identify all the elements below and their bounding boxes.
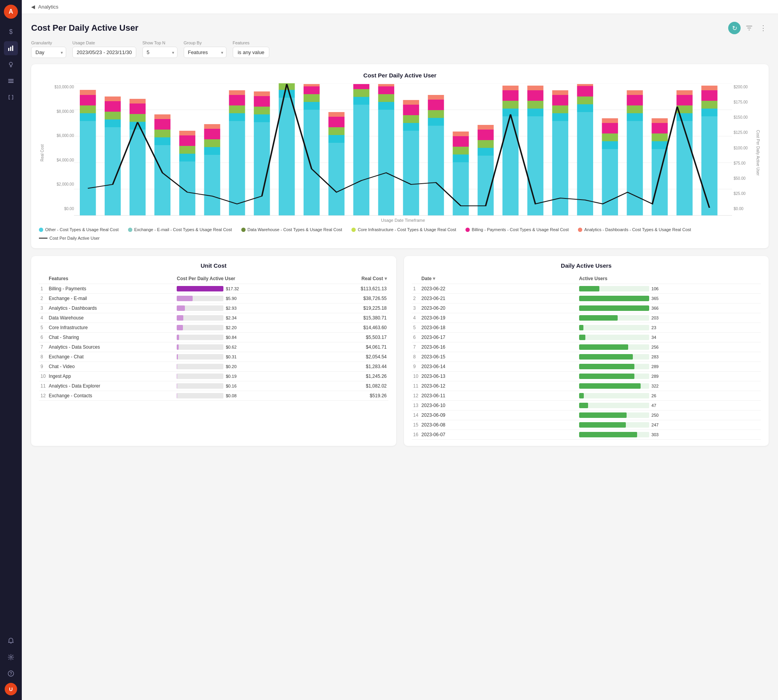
col-active-users[interactable]: Active Users	[578, 274, 761, 284]
table-row: 8 2023-06-15 283	[412, 352, 761, 362]
topnav: ◀ Analytics	[22, 0, 778, 14]
svg-rect-62	[304, 94, 320, 102]
features-label: Features	[233, 40, 270, 45]
svg-text:?: ?	[10, 672, 12, 676]
svg-rect-38	[179, 146, 195, 154]
sidebar-item-list[interactable]	[4, 74, 18, 88]
legend-dot-exchange-email	[128, 228, 132, 232]
x-axis-label: Usage Date Timeframe	[74, 218, 732, 223]
svg-rect-19	[80, 95, 96, 105]
svg-rect-30	[130, 99, 146, 104]
chart-svg: May 24 May 26 May 28 May 30 Jun 1 Jun 3 …	[74, 83, 732, 216]
group-by-select[interactable]: FeaturesUsage Type	[184, 47, 227, 58]
legend-label-billing: Billing - Payments - Cost Types & Usage …	[472, 227, 569, 232]
svg-rect-120	[602, 141, 618, 149]
sidebar-item-gear[interactable]	[4, 650, 18, 664]
real-cost-value: $14,463.60	[320, 323, 388, 333]
refresh-button[interactable]: ↻	[728, 22, 741, 34]
svg-rect-50	[229, 90, 245, 95]
yr-tick-9: $0.00	[734, 207, 743, 211]
chart-plot-area: May 24 May 26 May 28 May 30 Jun 1 Jun 3 …	[74, 83, 732, 223]
sidebar-item-dollar[interactable]: $	[4, 25, 18, 39]
svg-rect-87	[428, 100, 444, 110]
filter-button[interactable]	[744, 23, 755, 33]
legend-label-other: Other - Cost Types & Usage Real Cost	[45, 227, 119, 232]
svg-rect-56	[279, 98, 295, 216]
svg-rect-73	[353, 84, 369, 89]
table-row: 6 Chat - Sharing $0.84 $5,503.17	[39, 333, 388, 342]
col-features[interactable]: Features	[47, 274, 175, 284]
svg-rect-45	[204, 124, 220, 129]
svg-rect-134	[676, 121, 692, 216]
svg-rect-97	[478, 130, 493, 140]
svg-rect-82	[403, 105, 419, 115]
legend-line-cpd	[39, 238, 47, 239]
svg-rect-67	[328, 127, 344, 135]
col-real-cost[interactable]: Real Cost ▾	[320, 274, 388, 284]
breadcrumb[interactable]: Analytics	[38, 4, 58, 10]
sidebar-item-bulb[interactable]	[4, 58, 18, 72]
sidebar-item-bracket[interactable]	[4, 90, 18, 104]
svg-rect-108	[527, 86, 543, 90]
dau-header-row: Date ▾ Active Users	[412, 274, 761, 284]
row-num: 5	[39, 323, 47, 333]
page-header: Cost Per Daily Active User ↻ ⋮	[31, 22, 769, 34]
usage-date-input[interactable]: 2023/05/23 - 2023/11/30	[72, 47, 136, 58]
table-row: 11 2023-06-12 322	[412, 381, 761, 391]
granularity-select[interactable]: DayWeekMonth	[31, 47, 66, 58]
yr-tick-4: $125.00	[734, 130, 748, 135]
table-row: 9 2023-06-14 289	[412, 362, 761, 372]
sidebar-item-bell[interactable]	[4, 634, 18, 648]
svg-rect-48	[229, 105, 245, 113]
table-row: 11 Analytics - Data Explorer $0.16 $1,08…	[39, 381, 388, 391]
avatar[interactable]: U	[5, 683, 17, 695]
real-cost-value: $1,245.26	[320, 372, 388, 381]
legend-label-datawarehouse: Data Warehouse - Cost Types & Usage Real…	[248, 227, 342, 232]
features-tag[interactable]: is any value	[233, 47, 270, 58]
cost-bar-cell: $2.34	[175, 313, 320, 323]
real-cost-value: $15,380.71	[320, 313, 388, 323]
svg-rect-41	[204, 155, 220, 216]
group-by-select-wrap: FeaturesUsage Type	[184, 47, 227, 58]
col-date[interactable]: Date ▾	[420, 274, 578, 284]
svg-rect-98	[478, 125, 493, 130]
yr-tick-6: $75.00	[734, 161, 746, 165]
show-top-n-select-wrap: 51015	[142, 47, 177, 58]
svg-rect-25	[105, 96, 121, 101]
cost-bar-cell: $2.20	[175, 323, 320, 333]
sidebar-item-help[interactable]: ?	[4, 667, 18, 681]
date-value: 2023-06-08	[420, 420, 578, 430]
yr-tick-1: $200.00	[734, 85, 748, 89]
feature-name: Chat - Sharing	[47, 333, 175, 342]
sidebar-logo[interactable]: A	[4, 5, 18, 19]
more-button[interactable]: ⋮	[758, 23, 769, 33]
svg-rect-44	[204, 129, 220, 139]
col-cost-per-dau[interactable]: Cost Per Daily Active User	[175, 274, 320, 284]
table-row: 3 Analytics - Dashboards $2.93 $19,225.1…	[39, 304, 388, 313]
row-num: 7	[39, 342, 47, 352]
svg-rect-39	[179, 135, 195, 146]
show-top-n-filter: Show Top N 51015	[142, 40, 177, 58]
svg-rect-68	[328, 117, 344, 127]
avatar-text: U	[9, 686, 12, 692]
row-num: 5	[412, 323, 420, 333]
show-top-n-select[interactable]: 51015	[142, 47, 177, 58]
svg-rect-112	[552, 95, 568, 105]
sort-icon-date: ▾	[433, 276, 435, 281]
svg-rect-0	[8, 48, 9, 51]
svg-rect-141	[701, 101, 717, 109]
y-tick-1: $10,000.00	[54, 85, 74, 89]
svg-rect-42	[204, 147, 220, 155]
svg-rect-107	[527, 90, 543, 101]
users-bar-cell: 365	[578, 294, 761, 304]
bulb-icon	[7, 61, 14, 68]
svg-rect-80	[403, 123, 419, 131]
sidebar-item-chart[interactable]	[4, 41, 18, 55]
filter-icon	[746, 25, 753, 32]
back-arrow[interactable]: ◀	[31, 4, 35, 10]
unit-cost-header-row: Features Cost Per Daily Active User Real…	[39, 274, 388, 284]
svg-rect-135	[676, 113, 692, 121]
y-tick-2: $8,000.00	[57, 109, 74, 114]
svg-rect-46	[229, 121, 245, 216]
svg-rect-53	[254, 107, 270, 114]
